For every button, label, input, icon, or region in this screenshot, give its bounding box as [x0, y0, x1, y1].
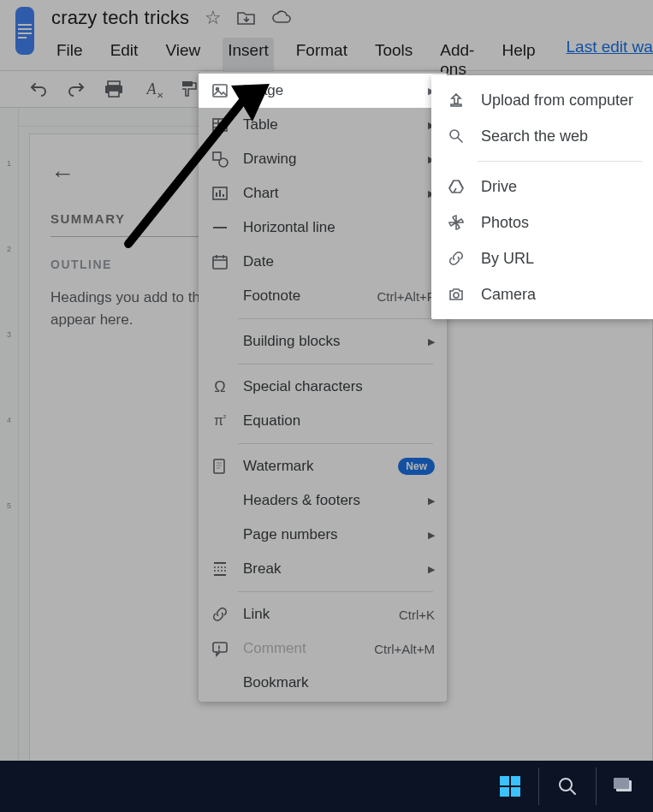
insert-link[interactable]: LinkCtrl+K [199, 597, 447, 631]
task-view-icon [614, 777, 636, 796]
menu-separator [478, 161, 642, 162]
taskbar-search-button[interactable] [546, 767, 589, 806]
submenu-item-label: Search the web [481, 127, 588, 145]
insert-image[interactable]: Image▶ [199, 74, 447, 108]
svg-rect-1 [18, 28, 32, 30]
menu-item-label: Chart [243, 185, 435, 202]
svg-rect-13 [213, 257, 227, 269]
insert-footnote[interactable]: FootnoteCtrl+Alt+F [199, 279, 447, 313]
insert-chart[interactable]: Chart▶ [199, 176, 447, 210]
insert-watermark[interactable]: WatermarkNew [199, 449, 447, 483]
menu-item-label: Drawing [243, 151, 435, 168]
document-title[interactable]: crazy tech tricks [51, 7, 189, 29]
link-icon [211, 605, 229, 624]
menu-edit[interactable]: Edit [105, 38, 144, 82]
insert-table[interactable]: Table▶ [199, 108, 447, 142]
insert-bookmark[interactable]: Bookmark [199, 666, 447, 700]
image-sub-upload-from-computer[interactable]: Upload from computer [431, 82, 653, 118]
svg-rect-22 [614, 778, 629, 789]
image-sub-photos[interactable]: Photos [431, 204, 653, 240]
insert-date[interactable]: Date [199, 245, 447, 279]
url-icon [447, 249, 466, 268]
format-clear-icon[interactable]: A✕ [142, 80, 161, 98]
svg-point-20 [560, 779, 572, 791]
upload-icon [447, 91, 466, 110]
svg-rect-0 [18, 24, 32, 26]
divider [50, 236, 213, 237]
menu-separator [238, 443, 433, 444]
comment-icon [211, 639, 229, 658]
menu-item-label: Headers & footers [243, 492, 435, 509]
chart-icon [211, 184, 229, 203]
vertical-ruler: 12345 [0, 108, 19, 764]
hline-icon [211, 218, 229, 237]
svg-rect-3 [18, 37, 27, 39]
photos-icon [447, 213, 466, 232]
svg-point-11 [219, 158, 228, 167]
submenu-item-label: Camera [481, 286, 536, 304]
move-icon[interactable] [237, 10, 256, 26]
windows-icon [500, 776, 520, 797]
svg-rect-2 [18, 33, 32, 34]
menu-separator [238, 364, 433, 365]
menu-item-label: Date [243, 253, 435, 270]
star-icon[interactable]: ☆ [205, 7, 222, 29]
undo-icon[interactable] [29, 80, 48, 98]
svg-rect-14 [214, 459, 224, 473]
image-sub-search-the-web[interactable]: Search the web [431, 118, 653, 154]
new-badge: New [398, 458, 435, 475]
cloud-icon[interactable] [271, 10, 292, 26]
chevron-right-icon: ▶ [428, 530, 435, 541]
chevron-right-icon: ▶ [428, 336, 435, 347]
date-icon [211, 252, 229, 271]
image-sub-drive[interactable]: Drive [431, 169, 653, 204]
insert-drawing[interactable]: Drawing▶ [199, 142, 447, 176]
svg-rect-10 [213, 152, 221, 160]
svg-rect-6 [109, 91, 119, 97]
svg-rect-16 [451, 104, 461, 106]
blank-icon [211, 525, 229, 544]
table-icon [211, 116, 229, 134]
blank-icon [211, 287, 229, 305]
submenu-item-label: Photos [481, 214, 529, 232]
redo-icon[interactable] [67, 80, 86, 98]
insert-comment[interactable]: CommentCtrl+Alt+M [199, 631, 447, 666]
submenu-item-label: Drive [481, 178, 517, 196]
menu-item-label: Special characters [243, 378, 435, 395]
start-button[interactable] [489, 767, 531, 806]
insert-page-numbers[interactable]: Page numbers▶ [199, 518, 447, 552]
insert-equation[interactable]: π²Equation [199, 404, 447, 438]
menu-item-label: Building blocks [243, 333, 435, 350]
pi-icon: π² [211, 412, 229, 430]
outline-placeholder: Headings you add to the appear here. [50, 287, 213, 330]
menu-item-label: Comment [243, 640, 360, 657]
chevron-right-icon: ▶ [428, 564, 435, 575]
menu-item-label: Bookmark [243, 674, 435, 691]
chevron-right-icon: ▶ [428, 495, 435, 507]
omega-icon: Ω [211, 377, 229, 396]
menu-file[interactable]: File [51, 38, 88, 82]
blank-icon [211, 332, 229, 351]
insert-building-blocks[interactable]: Building blocks▶ [199, 324, 447, 359]
image-sub-by-url[interactable]: By URL [431, 240, 653, 276]
print-icon[interactable] [104, 80, 123, 98]
menu-item-label: Table [243, 116, 435, 133]
task-view-button[interactable] [603, 767, 646, 806]
image-submenu: Upload from computerSearch the webDriveP… [431, 75, 653, 319]
paint-format-icon[interactable] [180, 80, 199, 98]
svg-point-18 [454, 293, 459, 298]
insert-headers-footers[interactable]: Headers & footers▶ [199, 483, 447, 518]
insert-horizontal-line[interactable]: Horizontal line [199, 210, 447, 245]
camera-icon [447, 285, 466, 304]
svg-rect-9 [213, 119, 227, 131]
shortcut-label: Ctrl+Alt+F [377, 289, 435, 304]
search-icon [447, 127, 466, 145]
insert-special-characters[interactable]: ΩSpecial characters [199, 370, 447, 404]
menu-item-label: Equation [243, 412, 435, 430]
menu-item-label: Watermark [243, 458, 384, 475]
insert-break[interactable]: Break▶ [199, 552, 447, 586]
docs-logo[interactable] [15, 7, 34, 55]
menu-item-label: Page numbers [243, 526, 435, 543]
image-sub-camera[interactable]: Camera [431, 276, 653, 312]
watermark-icon [211, 457, 229, 476]
